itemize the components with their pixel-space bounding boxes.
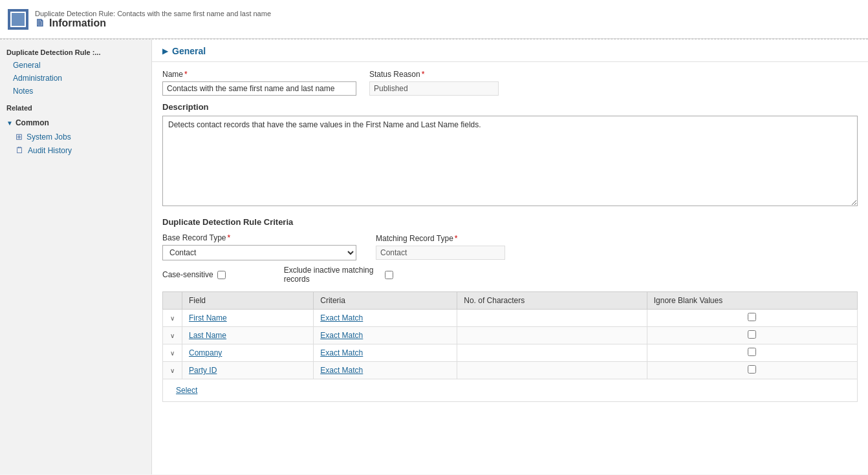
row-chevron-cell: ∨ (163, 327, 182, 344)
exclude-inactive-checkbox[interactable] (385, 271, 393, 279)
row-chevron-cell: ∨ (163, 310, 182, 327)
page-header: Duplicate Detection Rule: Contacts with … (0, 0, 868, 39)
row-field: Last Name (182, 327, 314, 344)
row-field: Company (182, 344, 314, 362)
col-header-chars: No. of Characters (457, 292, 647, 310)
common-collapse-icon: ▼ (6, 120, 13, 127)
row-chevron[interactable]: ∨ (170, 367, 175, 374)
form-area: Name * Status Reason * Description Detec… (152, 62, 868, 410)
row-ignore-blank (647, 344, 857, 362)
row-field: First Name (182, 310, 314, 327)
case-sensitive-row: Case-sensitive (162, 270, 226, 279)
sidebar: Duplicate Detection Rule :... General Ad… (0, 39, 152, 474)
status-reason-input (369, 81, 499, 96)
matching-required: * (455, 234, 458, 243)
sidebar-item-administration[interactable]: Administration (0, 72, 151, 85)
row-chars (457, 327, 647, 344)
row-chevron-cell: ∨ (163, 344, 182, 362)
header-text: Duplicate Detection Rule: Contacts with … (35, 10, 271, 29)
status-reason-group: Status Reason * (369, 70, 499, 96)
ignore-blank-checkbox[interactable] (748, 330, 756, 339)
header-icon (8, 9, 28, 30)
ignore-blank-checkbox[interactable] (748, 313, 756, 321)
exclude-inactive-group: Exclude inactive matching records (284, 266, 393, 284)
row-ignore-blank (647, 327, 857, 344)
row-criteria: Exact Match (314, 310, 457, 327)
header-icon-inner (10, 12, 26, 27)
status-required: * (422, 70, 425, 79)
name-label: Name * (162, 70, 356, 79)
row-chars (457, 344, 647, 362)
criteria-link[interactable]: Exact Match (320, 366, 363, 375)
field-link[interactable]: First Name (189, 313, 227, 322)
sidebar-item-general[interactable]: General (0, 59, 151, 72)
row-chevron-cell: ∨ (163, 362, 182, 379)
row-criteria: Exact Match (314, 362, 457, 379)
case-sensitive-checkbox[interactable] (217, 271, 226, 279)
select-link[interactable]: Select (169, 383, 851, 398)
general-section-header: ▶ General (152, 39, 868, 62)
description-label: Description (162, 102, 858, 112)
base-record-type-select[interactable]: Contact (162, 245, 356, 260)
row-chars (457, 362, 647, 379)
row-field: Party ID (182, 362, 314, 379)
sidebar-common-title: ▼ Common (0, 114, 151, 130)
row-chevron[interactable]: ∨ (170, 332, 175, 339)
description-textarea[interactable]: Detects contact records that have the sa… (162, 116, 858, 206)
section-collapse-icon: ▶ (162, 47, 168, 56)
field-link[interactable]: Last Name (189, 331, 226, 340)
rule-criteria-table: Field Criteria No. of Characters Ignore … (162, 291, 858, 402)
table-header-row: Field Criteria No. of Characters Ignore … (163, 292, 858, 310)
row-chevron[interactable]: ∨ (170, 350, 175, 357)
section-title: General (172, 46, 206, 56)
row-ignore-blank (647, 362, 857, 379)
sidebar-item-audit-history[interactable]: 🗒 Audit History (0, 143, 151, 157)
criteria-link[interactable]: Exact Match (320, 313, 363, 322)
audit-history-icon: 🗒 (16, 145, 24, 155)
header-subtitle: Duplicate Detection Rule: Contacts with … (35, 10, 271, 17)
exclude-inactive-label: Exclude inactive matching records (284, 266, 381, 284)
criteria-link[interactable]: Exact Match (320, 348, 363, 357)
col-header-criteria: Criteria (314, 292, 457, 310)
criteria-title: Duplicate Detection Rule Criteria (162, 217, 858, 227)
row-chars (457, 310, 647, 327)
col-header-ignore: Ignore Blank Values (647, 292, 857, 310)
criteria-link[interactable]: Exact Match (320, 331, 363, 340)
name-status-row: Name * Status Reason * (162, 70, 858, 96)
row-criteria: Exact Match (314, 327, 457, 344)
sidebar-section-title: Duplicate Detection Rule :... (0, 45, 151, 59)
header-title-icon: 🗎 (35, 17, 45, 29)
col-header-field: Field (182, 292, 314, 310)
table-footer-cell: Select (163, 379, 858, 402)
main-layout: Duplicate Detection Rule :... General Ad… (0, 39, 868, 474)
base-required: * (228, 233, 231, 242)
sidebar-related-title: Related (0, 98, 151, 114)
matching-record-type-input (376, 246, 505, 260)
name-group: Name * (162, 70, 356, 96)
sidebar-item-notes[interactable]: Notes (0, 85, 151, 98)
field-link[interactable]: Company (189, 348, 222, 357)
options-row: Case-sensitive Exclude inactive matching… (162, 266, 858, 284)
name-required: * (184, 70, 188, 79)
exclude-inactive-row: Exclude inactive matching records (284, 266, 393, 284)
sidebar-item-system-jobs[interactable]: ⊞ System Jobs (0, 130, 151, 143)
header-title: 🗎 Information (35, 17, 271, 29)
ignore-blank-checkbox[interactable] (748, 348, 756, 356)
row-criteria: Exact Match (314, 344, 457, 362)
row-chevron[interactable]: ∨ (170, 315, 175, 322)
table-row: ∨ Last Name Exact Match (163, 327, 858, 344)
system-jobs-icon: ⊞ (16, 132, 23, 142)
case-sensitive-group: Case-sensitive (162, 270, 226, 279)
matching-record-label: Matching Record Type * (376, 234, 505, 243)
field-link[interactable]: Party ID (189, 366, 217, 375)
base-record-label: Base Record Type * (162, 233, 356, 242)
row-ignore-blank (647, 310, 857, 327)
base-record-group: Base Record Type * Contact (162, 233, 356, 260)
matching-record-group: Matching Record Type * (376, 234, 505, 260)
table-row: ∨ Company Exact Match (163, 344, 858, 362)
table-footer-row: Select (163, 379, 858, 402)
name-input[interactable] (162, 81, 356, 96)
status-reason-label: Status Reason * (369, 70, 499, 79)
table-row: ∨ Party ID Exact Match (163, 362, 858, 379)
ignore-blank-checkbox[interactable] (748, 365, 756, 374)
